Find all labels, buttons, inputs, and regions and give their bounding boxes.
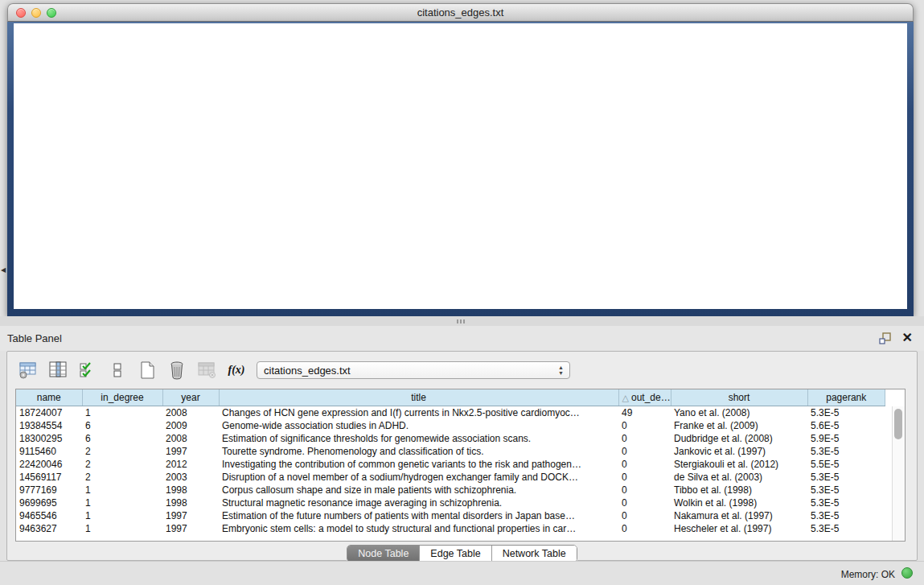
column-header-title[interactable]: title <box>219 389 618 406</box>
table-row[interactable]: 911546021997Tourette syndrome. Phenomeno… <box>16 445 885 458</box>
network-frame <box>7 22 914 316</box>
import-table-icon[interactable] <box>197 360 216 380</box>
show-columns-icon[interactable] <box>48 360 68 380</box>
unselect-columns-icon[interactable] <box>108 360 127 380</box>
table-row[interactable]: 1830029562008Estimation of significance … <box>16 432 885 445</box>
column-header-short[interactable]: short <box>671 389 807 406</box>
table-panel-title: Table Panel <box>7 332 62 344</box>
dropdown-arrows-icon: ▲▼ <box>558 365 564 376</box>
table-row[interactable]: 969969511998Structural magnetic resonanc… <box>16 496 885 509</box>
column-header-name[interactable]: name <box>16 389 82 406</box>
panel-divider[interactable] <box>0 316 924 326</box>
tab-network-table[interactable]: Network Table <box>492 546 577 562</box>
tab-node-table[interactable]: Node Table <box>347 546 420 562</box>
column-header-year[interactable]: year <box>162 389 219 406</box>
memory-ok-icon[interactable] <box>901 567 913 579</box>
tab-edge-table[interactable]: Edge Table <box>420 546 491 562</box>
divider-handle[interactable] <box>457 319 466 323</box>
column-header-out-degree[interactable]: △out_de… <box>618 389 671 406</box>
table-scrollbar-thumb[interactable] <box>894 409 902 439</box>
memory-status-label: Memory: OK <box>841 569 895 580</box>
panel-collapse-icon[interactable]: ◀ <box>1 266 6 274</box>
application-window: { "window": { "title": "citations_edges.… <box>0 0 924 585</box>
table-scrollbar[interactable] <box>892 406 905 541</box>
table-row[interactable]: 946554611997Estimation of the future num… <box>16 509 885 522</box>
delete-icon[interactable] <box>167 360 187 380</box>
function-builder-icon[interactable]: f(x) <box>227 360 246 380</box>
float-panel-icon[interactable] <box>879 332 892 344</box>
new-file-icon[interactable] <box>138 360 157 380</box>
network-canvas[interactable] <box>14 23 907 309</box>
table-panel-header: Table Panel ✕ <box>0 326 924 351</box>
table-select-dropdown[interactable]: citations_edges.txt ▲▼ <box>257 361 570 379</box>
table-body: 1872400712008Changes of HCN gene express… <box>16 406 885 536</box>
table-toolbar: f(x) citations_edges.txt ▲▼ <box>18 357 570 383</box>
table-tabs: Node Table Edge Table Network Table <box>7 545 917 562</box>
window-titlebar[interactable]: citations_edges.txt <box>7 3 914 22</box>
table-row[interactable]: 1938455462009Genome-wide association stu… <box>16 419 885 432</box>
close-panel-icon[interactable]: ✕ <box>902 330 913 345</box>
node-table-grid[interactable]: name in_degree year title △out_de… short… <box>16 389 885 535</box>
table-row[interactable]: 946362711997Embryonic stem cells: a mode… <box>16 522 885 535</box>
table-panel-body: f(x) citations_edges.txt ▲▼ name in_degr… <box>6 351 918 561</box>
table-row[interactable]: 977716911998Corpus callosum shape and si… <box>16 484 885 496</box>
node-table: name in_degree year title △out_de… short… <box>15 389 906 542</box>
table-row[interactable]: 1456911722003Disruption of a novel membe… <box>16 471 885 484</box>
select-all-columns-icon[interactable] <box>78 360 97 380</box>
column-header-pagerank[interactable]: pagerank <box>807 389 885 406</box>
table-select-value: citations_edges.txt <box>264 365 351 377</box>
network-view-window: citations_edges.txt <box>7 3 914 316</box>
window-title: citations_edges.txt <box>8 6 913 19</box>
column-header-in-degree[interactable]: in_degree <box>82 389 162 406</box>
table-row[interactable]: 2242004622012Investigating the contribut… <box>16 458 885 471</box>
table-row[interactable]: 1872400712008Changes of HCN gene express… <box>16 406 885 420</box>
table-mode-icon[interactable] <box>18 360 38 380</box>
table-header-row: name in_degree year title △out_de… short… <box>16 389 885 406</box>
sort-ascending-icon: △ <box>622 393 629 402</box>
status-bar: Memory: OK <box>0 561 924 585</box>
